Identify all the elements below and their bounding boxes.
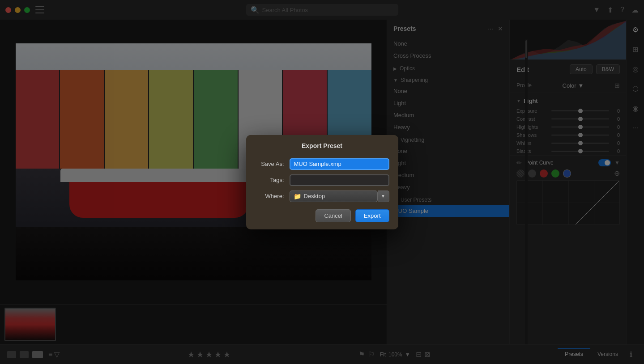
modal-content: Save As: Tags: Where: 📁 Desktop ▼	[246, 154, 398, 229]
export-preset-modal: Export Preset Save As: Tags: Where: 📁 De…	[246, 135, 398, 229]
folder-icon: 📁	[294, 193, 301, 200]
modal-where-dropdown[interactable]: ▼	[378, 190, 389, 202]
modal-save-as-row: Save As:	[255, 158, 389, 170]
modal-buttons: Cancel Export	[255, 209, 389, 222]
modal-save-as-input[interactable]	[290, 158, 389, 170]
modal-title: Export Preset	[255, 142, 389, 149]
modal-where-value: Desktop	[304, 193, 325, 199]
cancel-button[interactable]: Cancel	[316, 209, 350, 222]
modal-tags-row: Tags:	[255, 174, 389, 186]
export-button[interactable]: Export	[355, 209, 389, 222]
modal-tags-input[interactable]	[290, 174, 389, 186]
modal-title-bar: Export Preset	[246, 135, 398, 154]
modal-overlay: Export Preset Save As: Tags: Where: 📁 De…	[0, 0, 644, 364]
modal-where-select[interactable]: 📁 Desktop	[290, 190, 378, 202]
modal-where-row: Where: 📁 Desktop ▼	[255, 190, 389, 202]
modal-tags-label: Tags:	[255, 177, 284, 183]
modal-where-label: Where:	[255, 193, 284, 199]
modal-where-controls: 📁 Desktop ▼	[290, 190, 389, 202]
modal-save-as-label: Save As:	[255, 161, 284, 167]
